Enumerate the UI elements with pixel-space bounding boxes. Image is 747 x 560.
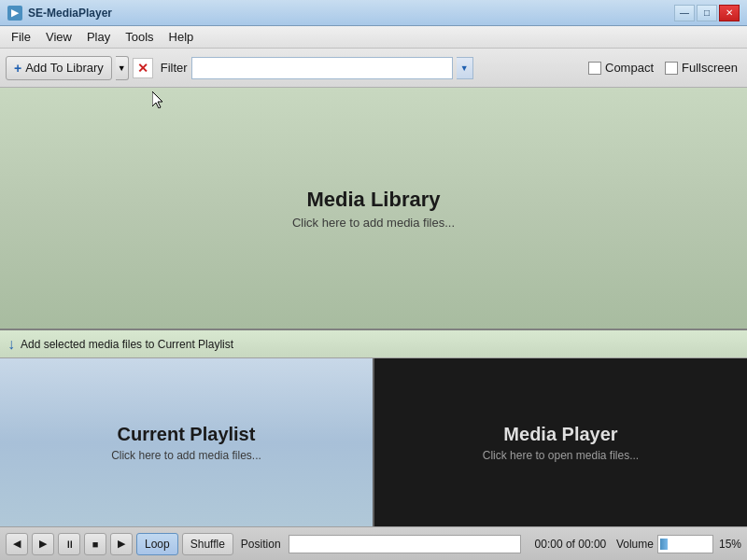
stop-button[interactable]: ■ <box>84 533 106 555</box>
fullscreen-checkbox[interactable] <box>665 62 678 75</box>
compact-checkbox[interactable] <box>588 62 601 75</box>
menu-bar: File View Play Tools Help <box>0 26 747 49</box>
pause-button[interactable]: ⏸ <box>58 533 80 555</box>
add-to-playlist-bar[interactable]: ↓ Add selected media files to Current Pl… <box>0 330 747 358</box>
current-playlist-subtitle: Click here to add media files... <box>111 449 261 462</box>
lower-panels: Current Playlist Click here to add media… <box>0 358 747 526</box>
title-bar: ▶ SE-MediaPlayer — □ ✕ <box>0 0 747 26</box>
maximize-button[interactable]: □ <box>697 5 717 21</box>
close-button[interactable]: ✕ <box>719 5 740 21</box>
media-player-title: Media Player <box>503 424 617 445</box>
position-bar[interactable] <box>289 535 521 553</box>
controls-bar: ◀ ▶ ⏸ ■ ▶ Loop Shuffle Position 00:00 of… <box>0 526 747 560</box>
menu-help[interactable]: Help <box>162 28 202 46</box>
fullscreen-label: Fullscreen <box>682 61 738 75</box>
main-content: Media Library Click here to add media fi… <box>0 88 747 526</box>
add-to-playlist-icon: ↓ <box>7 336 15 353</box>
title-text: SE-MediaPlayer <box>28 7 112 20</box>
current-playlist-panel[interactable]: Current Playlist Click here to add media… <box>0 358 374 526</box>
filter-dropdown-button[interactable]: ▼ <box>457 57 473 79</box>
position-label: Position <box>241 538 281 551</box>
compact-label: Compact <box>605 61 654 75</box>
media-library-subtitle: Click here to add media files... <box>292 216 455 230</box>
loop-button[interactable]: Loop <box>136 533 178 555</box>
fullscreen-option[interactable]: Fullscreen <box>661 59 741 77</box>
filter-input[interactable] <box>191 57 453 79</box>
app-icon: ▶ <box>7 6 22 21</box>
prev-button[interactable]: ◀ <box>6 533 28 555</box>
media-player-panel[interactable]: Media Player Click here to open media fi… <box>374 358 747 526</box>
add-to-playlist-text: Add selected media files to Current Play… <box>21 338 233 351</box>
next-button[interactable]: ▶ <box>110 533 133 555</box>
title-bar-left: ▶ SE-MediaPlayer <box>7 6 112 21</box>
add-to-library-label: Add To Library <box>25 61 104 75</box>
minimize-button[interactable]: — <box>674 5 695 21</box>
menu-file[interactable]: File <box>4 28 38 46</box>
menu-view[interactable]: View <box>38 28 79 46</box>
volume-percent: 15% <box>719 538 741 551</box>
media-library-panel[interactable]: Media Library Click here to add media fi… <box>0 88 747 330</box>
volume-label: Volume <box>616 538 654 551</box>
toolbar: + Add To Library ▼ ✕ Filter ▼ Compact Fu… <box>0 49 747 88</box>
current-playlist-title: Current Playlist <box>118 424 256 445</box>
add-to-library-button[interactable]: + Add To Library <box>6 56 112 80</box>
plus-icon: + <box>14 61 21 76</box>
volume-fill <box>660 539 668 550</box>
menu-play[interactable]: Play <box>79 28 118 46</box>
filter-label: Filter <box>161 61 188 75</box>
volume-bar[interactable] <box>657 535 713 553</box>
shuffle-button[interactable]: Shuffle <box>182 533 233 555</box>
add-library-dropdown-button[interactable]: ▼ <box>116 56 129 80</box>
clear-filter-button[interactable]: ✕ <box>133 58 153 78</box>
menu-tools[interactable]: Tools <box>118 28 161 46</box>
compact-option[interactable]: Compact <box>585 59 657 77</box>
time-display: 00:00 of 00:00 <box>529 538 613 551</box>
play-button[interactable]: ▶ <box>32 533 54 555</box>
title-controls: — □ ✕ <box>674 5 740 21</box>
media-library-title: Media Library <box>306 188 440 212</box>
media-player-subtitle: Click here to open media files... <box>483 449 639 462</box>
